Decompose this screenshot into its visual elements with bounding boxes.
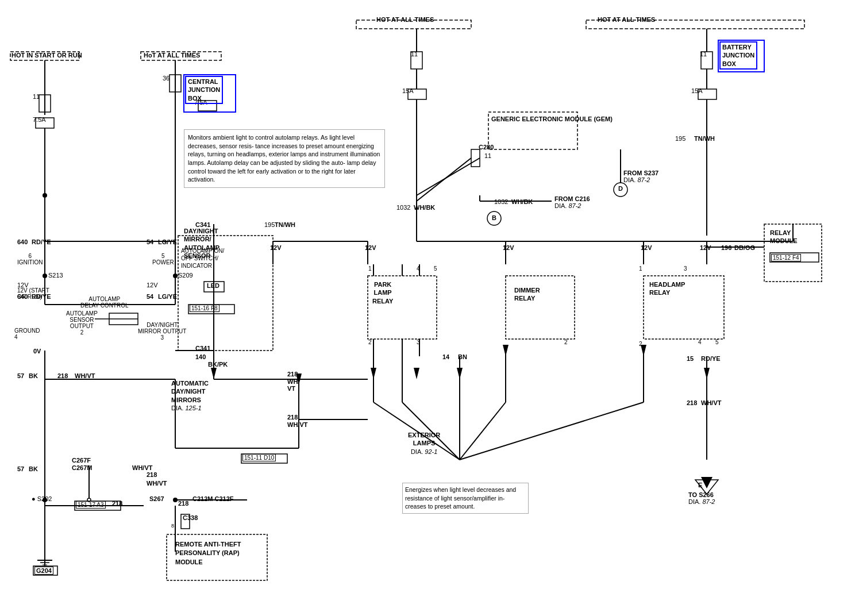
wire-lg-ye-1: LG/YE — [158, 238, 177, 245]
wire-57-bk-1: 57 — [17, 372, 24, 379]
wire-640-2: 640 — [17, 293, 28, 300]
wire-196-label: 196 — [721, 244, 731, 251]
12v-park-lamp: 12V — [270, 244, 282, 251]
svg-marker-116 — [414, 368, 419, 379]
park-pin-1: 1 — [368, 265, 372, 272]
svg-rect-50 — [506, 276, 575, 339]
wire-rd-ye-right: RD/YE — [701, 355, 721, 362]
svg-rect-35 — [471, 149, 480, 167]
wire-14-bn: 14 — [442, 353, 449, 360]
led-label: LED — [207, 282, 219, 289]
wire-rd-ye-1: RD/YE — [32, 238, 51, 245]
wire-218-right: 218 — [687, 399, 697, 406]
energizes-note-label: Energizes when light level decreases and… — [402, 483, 529, 514]
hlr-pin-1: 1 — [639, 265, 642, 272]
c341-label-1: C341 — [195, 221, 210, 228]
s213-label: S213 — [48, 272, 63, 279]
svg-point-12 — [43, 274, 47, 278]
to-s266-label: TO S266DIA. 87-2 — [688, 491, 715, 505]
park-pin-4: 4 — [417, 265, 420, 272]
ref-151-17-label: 151-17 A3 — [76, 501, 106, 509]
dimmer-pin-2: 2 — [564, 339, 568, 345]
pin-11-c280: 11 — [484, 152, 491, 159]
hot-at-all-times-label-1: HOT AT ALL TIMES — [376, 16, 434, 23]
wire-wh-vt-bottom: WH/VT — [132, 464, 152, 471]
hlr-pin-5: 5 — [715, 339, 719, 345]
autolamp-delay-label: AUTOLAMPDELAY CONTROL — [80, 296, 129, 309]
svg-line-96 — [460, 402, 644, 460]
svg-marker-114 — [211, 368, 217, 379]
ref-151-16-label: 151-16 F8 — [190, 305, 219, 312]
wire-tn-wh-right: TN/WH — [694, 135, 715, 142]
c267m-label: C267M — [72, 464, 92, 471]
s267-label: S267 — [149, 495, 164, 502]
svg-marker-103 — [701, 477, 712, 488]
ref-151-11-label: 151-11 D10 — [242, 454, 276, 461]
wire-640-1: 640 — [17, 238, 28, 245]
wire-57-bk-2: 57 — [17, 465, 24, 472]
c212m-c212f-label: C212M C212F — [192, 495, 234, 502]
wire-rd-ye-2: RD/YE — [32, 293, 51, 300]
exterior-lamps-label: EXTERIORLAMPSDIA. 92-1 — [408, 431, 440, 456]
svg-line-123 — [417, 158, 471, 201]
wire-tn-wh-autolamp: TN/WH — [275, 221, 295, 228]
hlr-pin-3: 3 — [684, 265, 687, 272]
autolamp-sensor-output-label: AUTOLAMPSENSOROUTPUT2 — [66, 310, 98, 336]
battery-junction-box-label: BATTERY JUNCTION BOX — [719, 41, 757, 70]
wire-12v-label-2: 12V — [147, 282, 158, 288]
svg-point-9 — [43, 193, 47, 198]
fuse-11-right-1: 11 — [411, 51, 418, 57]
wire-bk-2: BK — [29, 465, 38, 472]
wire-1032-left: 1032 — [396, 204, 410, 211]
autolamp-on-off-label: AUTOLAMP ON/OFF SWITCH/INDICATOR — [181, 247, 224, 270]
b-point-label: B — [492, 214, 496, 221]
svg-marker-119 — [457, 368, 463, 379]
automatic-day-night-label: AUTOMATICDAY/NIGHTMIRRORSDIA. 125-1 — [171, 379, 209, 412]
c341-label-2: C341 — [195, 345, 210, 352]
rap-module-label: REMOTE ANTI-THEFTPERSONALITY (RAP)MODULE — [175, 540, 241, 567]
wire-218-bottom-2: 218 — [178, 500, 188, 507]
wire-wh-vt-bottom-2: WH/VT — [147, 480, 167, 487]
hlr-pin-4: 4 — [698, 339, 702, 345]
ignition-label: 6IGNITION — [17, 253, 43, 265]
wire-wh-vt-mid: WH/VT — [287, 378, 299, 392]
hot-at-all-times-label-3: HoT AT ALL TIMES — [144, 52, 200, 59]
wire-54-1: 54 — [147, 238, 153, 245]
park-lamp-relay-label: PARKLAMPRELAY — [372, 280, 393, 305]
wire-218-wh-2: 218 — [287, 414, 298, 421]
c338-label: C338 — [183, 514, 198, 521]
s202-label: ● S202 — [32, 495, 52, 502]
e-label: E — [698, 482, 702, 488]
wire-218-wh-vt-bottom: 218 — [147, 471, 157, 478]
hlr-pin-2: 2 — [639, 341, 642, 347]
wire-wh-bk-right: WH/BK — [511, 198, 533, 205]
power-label: 5POWER — [152, 253, 174, 265]
fuse-15a-right-1: 15A — [402, 87, 414, 94]
hot-at-all-times-label-2: HOT AT ALL TIMES — [598, 16, 655, 23]
park-pin-5: 5 — [434, 265, 437, 272]
day-night-output-label: DAY/NIGHTMIRROR OUTPUT3 — [138, 322, 186, 341]
wire-218-bottom: 218 — [112, 500, 122, 507]
monitors-note-label: Monitors ambient light to control autola… — [184, 129, 385, 188]
12v-relay-module: 12V — [700, 244, 711, 251]
gem-label: GENERIC ELECTRONIC MODULE (GEM) — [491, 115, 613, 124]
c267f-label: C267F — [72, 457, 91, 464]
relay-module-label: RELAYMODULE — [770, 229, 798, 245]
wire-lg-ye-2: LG/YE — [158, 293, 177, 300]
wire-54-2: 54 — [147, 293, 153, 300]
wire-15-rd-ye: 15 — [687, 355, 694, 362]
central-junction-box-label: CENTRAL JUNCTION BOX — [185, 76, 223, 104]
wire-140-bk-pk: 140 — [195, 353, 206, 360]
fuse-7-5a-left-label: 7.5A — [33, 116, 46, 123]
fuse-11-left-label: 11 — [33, 93, 40, 100]
from-s237-label: FROM S237DIA. 87-2 — [623, 170, 658, 183]
d-point-label: D — [618, 185, 623, 192]
wire-12v-label: 12V — [17, 282, 29, 288]
fuse-15a-right-2: 15A — [691, 87, 703, 94]
from-c216-label: FROM C216DIA. 87-2 — [554, 195, 590, 209]
12v-dimmer: 12V — [503, 244, 514, 251]
hot-in-start-or-run-label: HOT IN START OR RUN — [11, 52, 82, 59]
svg-marker-118 — [371, 368, 376, 379]
wire-bn-label: BN — [458, 353, 467, 360]
ref-151-12-label: 151-12 F4 — [771, 254, 801, 261]
